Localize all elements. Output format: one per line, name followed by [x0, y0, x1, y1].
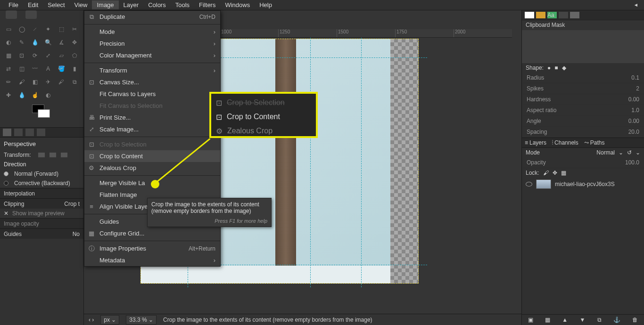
- mi-duplicate[interactable]: ⧉DuplicateCtrl+D: [84, 11, 220, 23]
- clipping-value[interactable]: Crop t: [64, 201, 80, 207]
- gradient-tool[interactable]: ▮: [69, 63, 80, 74]
- menu-windows[interactable]: Windows: [220, 0, 255, 9]
- prop-spikes-val[interactable]: 2: [636, 85, 639, 92]
- mi-print-size[interactable]: 🖶Print Size...: [84, 112, 220, 123]
- flip-tool[interactable]: ⇄: [3, 63, 14, 74]
- undo-icon[interactable]: [6, 10, 17, 19]
- bg-color[interactable]: [38, 109, 50, 118]
- crop-tool[interactable]: ⊡: [16, 50, 27, 61]
- shape-diamond-icon[interactable]: ◆: [562, 65, 566, 71]
- dodge-tool[interactable]: ◐: [42, 89, 54, 101]
- mi-transform[interactable]: Transform›: [84, 65, 220, 76]
- opacity-value[interactable]: 100.0: [625, 159, 639, 166]
- chevron-down-icon[interactable]: ⌄: [619, 149, 623, 156]
- blur-tool[interactable]: 💧: [16, 89, 27, 101]
- menu-image[interactable]: Image: [92, 0, 118, 9]
- prop-hardness-val[interactable]: 0.00: [628, 96, 639, 103]
- free-select-tool[interactable]: ⟋: [29, 24, 41, 35]
- menu-file[interactable]: File: [4, 0, 23, 9]
- tab-undo[interactable]: [37, 129, 45, 136]
- tab-device[interactable]: [14, 129, 23, 136]
- zoom-tool[interactable]: 🔍: [42, 37, 54, 48]
- brush-tool[interactable]: 🖌: [16, 76, 27, 88]
- scissors-tool[interactable]: ✂: [69, 24, 80, 35]
- reset-icon[interactable]: ↺: [627, 149, 632, 156]
- tab-images[interactable]: [25, 129, 34, 136]
- layer-item[interactable]: michael-liao-pcvJ6ox3S: [522, 178, 644, 191]
- tab-layers[interactable]: ≡ Layers: [525, 139, 546, 146]
- color-select-tool[interactable]: ⬚: [56, 24, 67, 35]
- scale-tool[interactable]: ⤢: [42, 50, 54, 61]
- radio-normal[interactable]: [4, 171, 8, 176]
- smudge-tool[interactable]: ☝: [29, 89, 41, 101]
- shear-tool[interactable]: ▱: [56, 50, 67, 61]
- move-tool[interactable]: ✥: [69, 37, 80, 48]
- menu-view[interactable]: View: [70, 0, 92, 9]
- lock-brush-icon[interactable]: 🖌: [543, 170, 549, 176]
- mi-configure-grid[interactable]: ▦Configure Grid...: [84, 228, 220, 239]
- mi-canvas-size[interactable]: ⊡Canvas Size...: [84, 76, 220, 88]
- mi-fit-layers[interactable]: Fit Canvas to Layers: [84, 88, 220, 100]
- guide-v3[interactable]: [361, 38, 362, 287]
- transform-path[interactable]: [60, 152, 68, 158]
- layers-config-icon[interactable]: ◂: [635, 1, 641, 8]
- transform-sel[interactable]: [49, 152, 57, 158]
- rect-select-tool[interactable]: ▭: [3, 24, 14, 35]
- eraser-tool[interactable]: ◧: [29, 76, 41, 88]
- warp-tool[interactable]: 〰: [29, 63, 41, 74]
- fuzzy-select-tool[interactable]: ✦: [42, 24, 54, 35]
- tab-tool-options[interactable]: [3, 129, 11, 136]
- mi-color-mgmt[interactable]: Color Management›: [84, 49, 220, 61]
- radio-corrective[interactable]: [4, 181, 8, 186]
- clone-tool[interactable]: ⧉: [69, 76, 80, 88]
- menu-tools[interactable]: Tools: [171, 0, 194, 9]
- redo-icon[interactable]: [25, 10, 37, 19]
- new-layer-icon[interactable]: ▣: [528, 317, 533, 323]
- layer-group-icon[interactable]: ▦: [545, 317, 550, 323]
- duplicate-layer-icon[interactable]: ⧉: [597, 317, 602, 323]
- prop-angle-val[interactable]: 0.00: [628, 118, 639, 124]
- guide-v2[interactable]: [310, 38, 311, 287]
- ink-tool[interactable]: 🖋: [56, 76, 67, 88]
- nav-arrows[interactable]: ‹ ›: [89, 317, 94, 323]
- airbrush-tool[interactable]: ✈: [42, 76, 54, 88]
- color-swatches[interactable]: [0, 103, 83, 127]
- rotate-tool[interactable]: ⟳: [29, 50, 41, 61]
- text-tool[interactable]: A: [42, 63, 54, 74]
- shape-circle-icon[interactable]: ●: [547, 65, 551, 71]
- menu-help[interactable]: Help: [255, 0, 277, 9]
- mi-precision[interactable]: Precision›: [84, 38, 220, 49]
- ellipse-select-tool[interactable]: ◯: [16, 24, 27, 35]
- zoom-selector[interactable]: 33.3 % ⌄: [126, 315, 157, 325]
- measure-tool[interactable]: ∡: [56, 37, 67, 48]
- mi-metadata[interactable]: Metadata›: [84, 254, 220, 266]
- paths-tool[interactable]: ✎: [16, 37, 27, 48]
- color-picker-tool[interactable]: 💧: [29, 37, 41, 48]
- transform-layer[interactable]: [38, 152, 45, 158]
- prop-spacing-val[interactable]: 20.0: [628, 129, 639, 135]
- mi-mode[interactable]: Mode›: [84, 26, 220, 38]
- lock-move-icon[interactable]: ✥: [553, 170, 557, 176]
- eye-icon[interactable]: [526, 182, 532, 187]
- mi-image-properties[interactable]: ⓘImage PropertiesAlt+Return: [84, 243, 220, 254]
- menu-filters[interactable]: Filters: [194, 0, 220, 9]
- lock-alpha-icon[interactable]: ▦: [561, 170, 566, 176]
- anchor-layer-icon[interactable]: ⚓: [613, 317, 620, 323]
- heal-tool[interactable]: ✚: [3, 89, 14, 101]
- unit-selector[interactable]: px ⌄: [100, 315, 119, 325]
- fg-select-tool[interactable]: ◐: [3, 37, 14, 48]
- tab-channels[interactable]: ⦙ Channels: [552, 139, 578, 146]
- raise-layer-icon[interactable]: ▲: [562, 317, 568, 323]
- shape-square-icon[interactable]: ■: [554, 65, 558, 71]
- pencil-tool[interactable]: ✏: [3, 76, 14, 88]
- align-tool[interactable]: ▦: [3, 50, 14, 61]
- prop-radius-val[interactable]: 0.1: [631, 74, 639, 81]
- perspective-tool[interactable]: ⬠: [69, 50, 80, 61]
- menu-colors[interactable]: Colors: [143, 0, 171, 9]
- chevron-down-icon2[interactable]: ⌄: [636, 149, 640, 156]
- delete-layer-icon[interactable]: 🗑: [632, 317, 638, 323]
- mi-scale[interactable]: ⤢Scale Image...: [84, 123, 220, 135]
- tab-paths[interactable]: ⤳ Paths: [584, 139, 605, 146]
- mode-value[interactable]: Normal: [596, 149, 615, 156]
- bucket-tool[interactable]: 🪣: [56, 63, 67, 74]
